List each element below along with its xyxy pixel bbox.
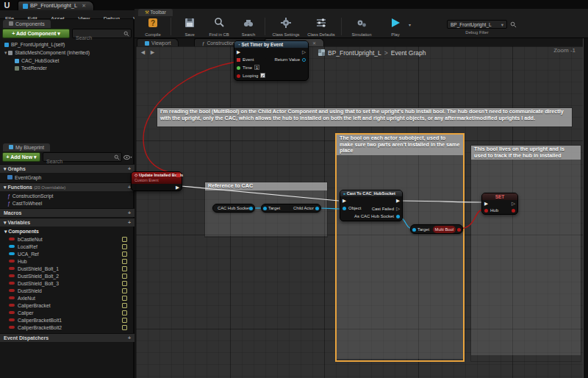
functions-section-header[interactable]: ▾ Functions (20 Overridable) + [0,182,135,191]
editable-checkbox[interactable] [122,296,127,301]
graphs-section-header[interactable]: ▾ Graphs + [0,164,135,173]
exec-in-pin[interactable]: ▶ [343,196,346,204]
search-button[interactable]: Search [234,17,263,37]
components-search[interactable] [72,29,132,38]
graph-item-eventgraph[interactable]: EventGraph [7,174,41,181]
forward-arrow-icon[interactable]: ► [149,49,159,56]
right-edge-scrollbar[interactable] [583,38,588,378]
class-defaults-button[interactable]: Class Defaults [304,17,338,37]
debug-filter-dropdown[interactable]: BP_FrontUpright_L ▾ [447,20,507,29]
component-row-cac-hubsocket[interactable]: CAC_HubSocket [15,57,59,64]
class-settings-button[interactable]: Class Settings [269,17,303,37]
variable-row[interactable]: CaliperBracketBolt1 [9,317,130,324]
node-get-multi-bool[interactable]: Target Multi Bool [410,224,463,234]
play-button[interactable]: Play [381,17,410,37]
delegate-out-pin[interactable] [176,174,180,177]
event-dispatchers-section-header[interactable]: Event Dispatchers + [0,333,135,342]
editable-checkbox[interactable] [122,244,127,249]
editable-checkbox[interactable] [122,266,127,271]
editable-checkbox[interactable] [122,318,127,323]
variable-row[interactable]: Caliper [9,310,130,316]
editable-checkbox[interactable] [122,252,127,257]
object-out-pin[interactable] [396,215,400,218]
add-event-dispatcher-icon[interactable]: + [128,334,131,343]
breadcrumb-root[interactable]: BP_FrontUpright_L [328,49,381,57]
exec-in-pin[interactable]: ▶ [237,48,240,56]
bool-in-pin[interactable] [484,209,488,213]
compile-button[interactable]: ? Compile [138,17,168,37]
time-value-input[interactable]: 1 [254,65,259,70]
my-blueprint-panel-tab[interactable]: My Blueprint [3,143,50,151]
bool-out-pin[interactable] [457,228,461,232]
editable-checkbox[interactable] [122,288,127,293]
node-cast-to-cac-hubsocket[interactable]: » Cast To CAC_HubSocket ▶ ▶ Object Cast … [340,190,403,221]
simulation-button[interactable]: Simulation [345,17,378,37]
close-icon[interactable]: ✕ [82,3,86,8]
close-icon[interactable]: ✕ [312,41,316,46]
target-in-pin[interactable] [412,228,416,232]
node-set-timer-by-event[interactable]: ◔ Set Timer by Event ▶ ▷ Event Return Va… [234,40,309,81]
add-new-button[interactable]: + Add New ▾ [2,152,40,162]
variable-row[interactable]: DustShield [9,288,130,294]
exec-out-pin[interactable]: ▷ [512,200,515,207]
variable-row[interactable]: DustShield_Bolt_3 [9,280,130,287]
macros-section-header[interactable]: Macros + [0,208,135,217]
back-arrow-icon[interactable]: ◄ [140,49,149,56]
visibility-eye-icon[interactable] [123,154,132,160]
exec-out-pin[interactable]: ▶ [396,196,400,204]
toolbar-tab[interactable]: ⚒ Toolbar [138,9,173,16]
variable-row[interactable]: DustShield_Bolt_1 [9,265,130,272]
comment-subobject-bool[interactable]: The bool on each actor subobject, used t… [335,133,465,362]
variable-row[interactable]: CaliperBracket [9,302,130,309]
node-update-installed-bools[interactable]: ◇ Update Installed Bools Custom Event ▶ [131,171,182,191]
function-item-casttowheel[interactable]: ƒCastToWheel [7,200,42,207]
my-blueprint-search[interactable] [43,152,122,162]
float-pin[interactable] [237,66,240,70]
add-component-button[interactable]: + Add Component ▾ [2,29,70,38]
components-search-input[interactable] [73,34,131,42]
component-row-staticmesh[interactable]: ▾ StaticMeshComponent (Inherited) [4,49,90,56]
looping-checkbox[interactable]: ✓ [260,73,265,78]
add-macro-icon[interactable]: + [128,209,131,218]
breadcrumb-current[interactable]: Event Graph [391,49,426,57]
bool-out-pin[interactable] [512,209,515,213]
add-graph-icon[interactable]: + [128,165,131,174]
object-out-pin[interactable] [315,207,319,210]
delegate-pin[interactable] [237,58,240,62]
editable-checkbox[interactable] [122,303,127,308]
variable-row[interactable]: AxleNut [9,295,130,302]
event-graph-canvas[interactable]: ◄► BP_FrontUpright_L>Event Graph Zoom -1… [136,46,583,378]
target-in-pin[interactable] [263,207,267,210]
variable-row[interactable]: UCA_Ref [9,251,130,257]
component-row-self[interactable]: BP_FrontUpright_L(self) [4,41,65,48]
exec-out-pin[interactable]: ▷ [302,48,306,56]
variable-row[interactable]: Hub [9,258,130,265]
object-pin[interactable] [302,58,306,62]
bool-pin[interactable] [237,74,240,78]
search-icon[interactable] [510,21,517,28]
editable-checkbox[interactable] [122,237,127,242]
function-item-constructionscript[interactable]: ƒConstructionScript [7,193,53,199]
asset-window-tab[interactable]: BP_FrontUpright_L✕ [18,1,94,10]
exec-out-pin[interactable]: ▶ [176,184,179,190]
variable-row[interactable]: bCastleNut [9,236,130,243]
tab-viewport[interactable]: Viewport [137,38,179,46]
editable-checkbox[interactable] [122,259,127,264]
components-panel-tab[interactable]: Components [3,20,51,28]
editable-checkbox[interactable] [122,274,127,279]
play-options-caret[interactable]: ▾ [409,22,411,27]
node-get-child-actor[interactable]: Target Child Actor [261,204,321,213]
variable-row[interactable]: LocalRef [9,243,130,250]
variable-row[interactable]: DustShield_Bolt_2 [9,273,130,279]
variable-row[interactable]: CaliperBracketBolt2 [9,324,130,331]
object-out-pin[interactable] [249,207,253,210]
variables-category-components[interactable]: ▾ Components [4,228,39,235]
variables-section-header[interactable]: ▾ Variables + [0,218,135,227]
component-row-textrender[interactable]: TextRender [15,65,47,71]
object-in-pin[interactable] [343,207,346,210]
editable-checkbox[interactable] [122,325,127,330]
comment-top[interactable]: I'm reading the bool (MultiBool) on the … [157,107,573,127]
editable-checkbox[interactable] [122,310,127,315]
comment-upright-bool[interactable]: This bool lives on the upright and is us… [470,145,581,362]
find-in-cb-button[interactable]: Find in CB [204,17,234,37]
